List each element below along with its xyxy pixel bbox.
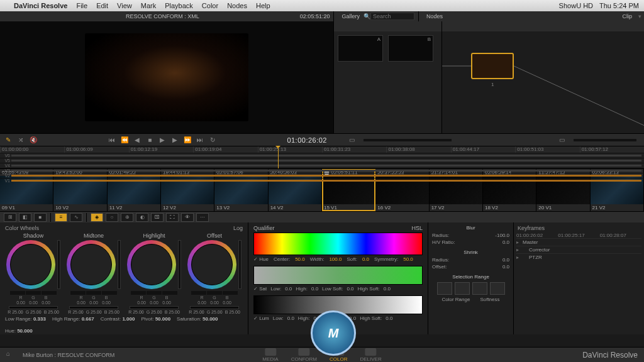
nodes-slider[interactable] [574, 139, 636, 141]
wheel-offset-master[interactable] [190, 306, 239, 309]
node-1-label: 1 [491, 82, 494, 87]
wheel-midtone-master[interactable] [69, 306, 118, 309]
tab-primaries[interactable]: ≡ [55, 213, 67, 222]
menu-view[interactable]: View [117, 2, 132, 9]
bypass-icon[interactable]: ✎ [4, 136, 13, 145]
wheel-param[interactable]: Saturation: 50.000 [177, 316, 218, 322]
wheel-shadow-y[interactable] [57, 240, 60, 289]
tab-curves[interactable]: ∿ [70, 213, 82, 222]
wheel-param[interactable]: Low Range: 0.333 [5, 316, 46, 322]
tab-data[interactable]: ⋯ [196, 213, 209, 222]
kf-ptzr[interactable]: PTZR [523, 255, 542, 260]
tab-color-match[interactable]: ◧ [19, 213, 31, 222]
shrink-radius[interactable]: 0.0 [502, 257, 509, 263]
wheel-highlight-y[interactable] [178, 240, 181, 289]
gallery-sub-icon[interactable]: ▭ [347, 136, 356, 145]
tab-camera-raw[interactable]: ⊞ [4, 213, 16, 222]
shuffle-icon[interactable]: ⤨ [16, 136, 25, 145]
sat-strip[interactable] [253, 266, 423, 285]
nodes-sub-icon[interactable]: ▭ [557, 136, 566, 145]
menu-color[interactable]: Color [202, 2, 218, 9]
picker-add-icon[interactable] [437, 282, 452, 295]
stop-icon[interactable]: ■ [145, 136, 154, 145]
step-fwd-icon[interactable]: ▶ [170, 136, 179, 145]
track-V5[interactable] [11, 160, 641, 162]
viewer[interactable] [0, 21, 333, 133]
qualifier-mode[interactable]: HSL [411, 225, 423, 231]
node-editor[interactable]: 1 [441, 21, 644, 133]
tab-window[interactable]: ○ [106, 213, 118, 222]
last-frame-icon[interactable]: ⏭ [196, 136, 204, 145]
wheel-param[interactable]: Pivot: 50.000 [141, 316, 170, 322]
expand-icon[interactable]: ▸ [516, 255, 523, 260]
home-icon[interactable]: ⌂ [6, 350, 16, 360]
tab-blur[interactable]: ◐ [136, 213, 148, 222]
step-back-icon[interactable]: ◀ [133, 136, 142, 145]
next-clip-icon[interactable]: ⏩ [183, 136, 192, 145]
track-V3[interactable] [11, 170, 641, 172]
tab-qualifier[interactable]: ◈ [91, 213, 103, 222]
wheel-param[interactable]: Hue: 50.000 [5, 328, 33, 334]
tab-tracker[interactable]: ⊕ [121, 213, 133, 222]
expand-icon[interactable]: ▸ [516, 239, 523, 245]
wheels-mode[interactable]: Log [233, 225, 243, 231]
gallery-search[interactable] [370, 13, 414, 20]
shrink-offset[interactable]: 0.0 [502, 264, 509, 270]
wheel-highlight-master[interactable] [130, 306, 179, 309]
nodes-mode[interactable]: Clip [618, 13, 636, 19]
wheel-shadow[interactable] [6, 240, 55, 289]
play-icon[interactable]: ▶ [158, 136, 167, 145]
loop-icon[interactable]: ↻ [208, 136, 217, 145]
track-V6[interactable] [11, 155, 641, 156]
wheel-offset-y[interactable] [238, 240, 242, 289]
wheel-midtone-y[interactable] [118, 240, 121, 289]
menu-playback[interactable]: Playback [165, 2, 193, 9]
playhead[interactable] [278, 146, 279, 168]
page-conform[interactable]: CONFORM [291, 348, 317, 362]
tab-color-wheels[interactable]: ■ [34, 213, 47, 222]
picker-invert-icon[interactable] [490, 282, 505, 295]
hue-check[interactable]: ✓ Hue [253, 256, 269, 262]
page-media[interactable]: MEDIA [262, 348, 278, 362]
track-V2[interactable] [11, 175, 641, 177]
wheel-offset[interactable] [187, 240, 236, 289]
wheel-param[interactable]: High Range: 0.667 [52, 316, 94, 322]
app-menu[interactable]: DaVinci Resolve [14, 2, 67, 9]
first-frame-icon[interactable]: ⏮ [108, 136, 116, 145]
wheel-shadow-master[interactable] [9, 306, 58, 309]
kf-master[interactable]: Master [523, 239, 538, 245]
blur-hv[interactable]: 0.0 [502, 239, 509, 245]
gallery-still-b[interactable]: B [388, 35, 433, 62]
timeline-title[interactable]: RESOLVE CONFORM : XML [126, 13, 199, 19]
track-V1[interactable] [11, 180, 641, 182]
node-1[interactable] [471, 53, 514, 79]
wheel-highlight[interactable] [127, 240, 176, 289]
page-deliver[interactable]: DELIVER [360, 348, 381, 362]
hue-strip[interactable] [253, 233, 423, 255]
track-V4[interactable] [11, 165, 641, 167]
expand-icon[interactable]: ▸ [516, 247, 523, 253]
tab-stereo[interactable]: 👁 [181, 213, 194, 222]
wheels-title: Color Wheels [5, 225, 39, 231]
mute-icon[interactable]: 🔇 [29, 136, 38, 145]
menu-edit[interactable]: Edit [96, 2, 108, 9]
menu-nodes[interactable]: Nodes [227, 2, 247, 9]
sat-check[interactable]: ✓ Sat [253, 286, 267, 292]
gallery-slider[interactable] [364, 139, 452, 141]
wheel-param[interactable]: Contrast: 1.000 [101, 316, 135, 322]
kf-corrector[interactable]: Corrector [523, 247, 550, 253]
menubar-clock: Thu 5:24 PM [599, 2, 639, 9]
blur-radius[interactable]: -100.0 [495, 233, 509, 238]
menu-mark[interactable]: Mark [141, 2, 156, 9]
gallery-still-a[interactable]: A [338, 35, 383, 62]
tab-key[interactable]: ⚿ [151, 213, 164, 222]
picker-sub-icon[interactable] [455, 282, 470, 295]
mini-timeline[interactable]: 01:00:00:0001:00:06:0901:00:12:1901:00:1… [0, 146, 644, 168]
menu-file[interactable]: File [76, 2, 87, 9]
prev-clip-icon[interactable]: ⏪ [120, 136, 129, 145]
lum-check[interactable]: ✓ Lum [253, 315, 269, 321]
wheel-midtone[interactable] [67, 240, 116, 289]
tab-sizing[interactable]: ⛶ [166, 213, 179, 222]
picker-soft-icon[interactable] [472, 282, 487, 295]
menu-help[interactable]: Help [256, 2, 270, 9]
